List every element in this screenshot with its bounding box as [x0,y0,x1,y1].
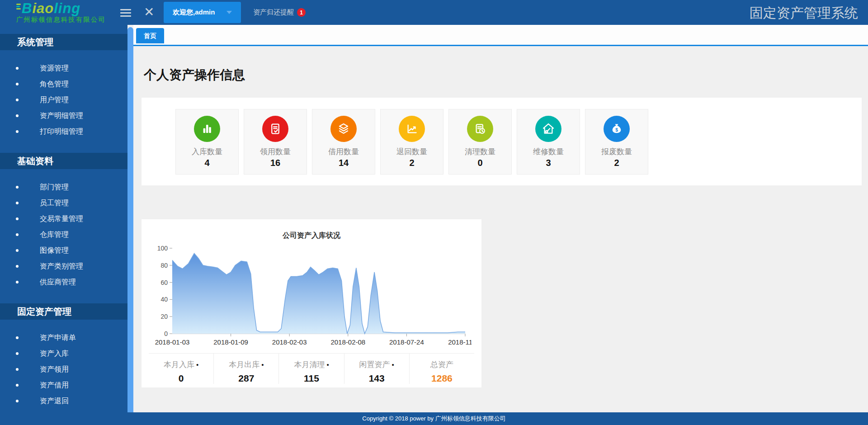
dot-icon: • [392,361,394,368]
bullet-icon [16,249,19,252]
svg-text:40: 40 [160,296,168,303]
bullet-icon [16,202,19,204]
stat-card: 清理数量0 [448,109,512,175]
reminder-count-badge: 1 [297,8,306,17]
stat-cards-panel: 入库数量4领用数量16借用数量14退回数量2清理数量0维修数量3$报废数量2 [142,98,862,185]
footer: Copyright © 2018 power by 广州标领信息科技有限公司 [0,412,868,425]
sidebar-section-header[interactable]: 固定资产管理 [0,303,127,320]
bullet-icon [16,233,19,236]
summary-item: 闲置资产•143 [344,354,410,384]
sidebar-item[interactable]: 供应商管理 [0,274,127,290]
document-check-icon [262,116,288,142]
money-bag-icon: $ [604,116,630,142]
bullet-icon [16,400,19,402]
bullet-icon [16,186,19,189]
summary-item: 本月出库•287 [214,354,279,384]
summary-item: 本月清理•115 [279,354,344,384]
sidebar-item[interactable]: 员工管理 [0,195,127,211]
bullet-icon [16,67,19,70]
summary-label: 本月出库• [214,359,278,370]
stat-card-value: 16 [244,158,307,168]
user-menu-button[interactable]: 欢迎您,admin [164,2,241,23]
logo-segment: iao [32,0,54,16]
svg-text:80: 80 [160,262,168,269]
stat-card-value: 14 [312,158,375,168]
stat-card: 维修数量3 [517,109,580,175]
svg-text:2018-07-24: 2018-07-24 [389,338,424,346]
summary-value: 287 [214,373,278,384]
summary-item: 本月入库•0 [149,354,214,384]
home-wrench-icon [535,116,561,142]
sidebar-item[interactable]: 图像管理 [0,242,127,258]
logo-dashes-icon [16,3,21,10]
sidebar-item[interactable]: 资源管理 [0,60,127,76]
sidebar-scrollbar[interactable] [127,27,133,412]
sidebar-item[interactable]: 资产退回 [0,393,127,409]
asset-summary-row: 本月入库•0本月出库•287本月清理•115闲置资产•143总资产1286 [149,353,474,384]
summary-value: 143 [344,373,409,384]
sidebar-item[interactable]: 仓库管理 [0,227,127,242]
sidebar-item[interactable]: 资产入库 [0,345,127,361]
svg-text:2018-01-09: 2018-01-09 [213,338,248,346]
bullet-icon [16,336,19,339]
svg-text:100: 100 [157,245,168,252]
svg-text:2018-01-03: 2018-01-03 [155,338,190,346]
sidebar-section-header[interactable]: 系统管理 [0,34,127,50]
stat-card: $报废数量2 [585,109,648,175]
sidebar-section-header[interactable]: 基础资料 [0,153,127,169]
stat-card-value: 0 [449,158,511,168]
bullet-icon [16,352,19,355]
top-header: Biaoling 广州标领信息科技有限公司 ✕ 欢迎您,admin 资产归还提醒… [0,0,868,25]
sidebar-item[interactable]: 资产类别管理 [0,258,127,274]
sidebar-item[interactable]: 部门管理 [0,179,127,195]
stat-card: 领用数量16 [244,109,307,175]
brand-logo: Biaoling 广州标领信息科技有限公司 [16,2,125,24]
stat-card-value: 2 [585,158,648,168]
bullet-icon [16,368,19,371]
reminder-label: 资产归还提醒 [253,8,294,17]
sidebar-item[interactable]: 打印明细管理 [0,123,127,139]
close-icon[interactable]: ✕ [144,4,154,21]
sidebar-item[interactable]: 用户管理 [0,92,127,108]
sidebar-item[interactable]: 资产申请单 [0,330,127,345]
chevron-down-icon [226,11,232,14]
stat-card: 借用数量14 [312,109,375,175]
svg-text:2018-11-06: 2018-11-06 [448,338,472,346]
stat-card-value: 3 [517,158,580,168]
summary-value: 0 [149,373,213,384]
svg-text:2018-02-03: 2018-02-03 [272,338,307,346]
asset-return-reminder[interactable]: 资产归还提醒 1 [253,0,306,25]
menu-toggle-icon[interactable] [120,7,131,17]
trend-chart-icon [399,116,425,142]
stat-card-value: 2 [381,158,443,168]
bullet-icon [16,217,19,220]
app-window: Biaoling 广州标领信息科技有限公司 ✕ 欢迎您,admin 资产归还提醒… [0,0,868,425]
bullet-icon [16,265,19,268]
summary-value: 115 [279,373,344,384]
chart-panel: 公司资产入库状况 0204060801002018-01-032018-01-0… [142,219,481,387]
sidebar-item[interactable]: 资产借用 [0,377,127,393]
bullet-icon [16,99,19,101]
summary-label: 本月清理• [279,359,344,370]
sidebar-item[interactable]: 资产明细管理 [0,108,127,123]
bullet-icon [16,83,19,85]
sidebar-item[interactable]: 交易常量管理 [0,211,127,227]
dot-icon: • [261,361,264,368]
svg-text:$: $ [615,128,618,132]
stat-card: 退回数量2 [380,109,443,175]
bullet-icon [16,384,19,387]
sidebar-nav: 系统管理资源管理角色管理用户管理资产明细管理打印明细管理基础资料部门管理员工管理… [0,25,127,412]
summary-item: 总资产1286 [410,354,474,384]
bullet-icon [16,130,19,133]
bullet-icon [16,114,19,117]
logo-segment: ling [54,0,80,16]
sidebar-item[interactable]: 角色管理 [0,76,127,92]
stat-card-label: 维修数量 [517,146,580,157]
tab-home[interactable]: 首页 [136,28,164,43]
document-clock-icon [467,116,493,142]
layers-icon [330,116,357,142]
chart-title: 公司资产入库状况 [142,219,481,241]
svg-text:2018-02-08: 2018-02-08 [330,338,365,346]
summary-label: 闲置资产• [344,359,409,370]
sidebar-item[interactable]: 资产领用 [0,361,127,377]
